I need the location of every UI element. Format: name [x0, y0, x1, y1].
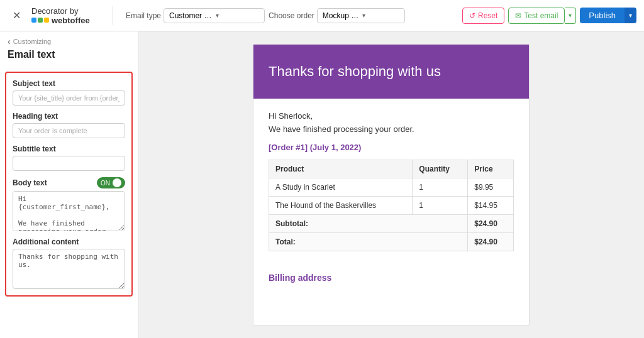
choose-order-select[interactable]: Mockup order ▾ — [317, 8, 405, 23]
dot-green — [38, 18, 43, 23]
brand-title: Decorator by — [31, 6, 78, 16]
total-label: Total: — [269, 233, 468, 251]
cell-product: The Hound of the Baskervilles — [269, 197, 413, 215]
subtitle-input[interactable] — [13, 156, 125, 171]
email-greeting: Hi Sherlock, — [269, 111, 514, 121]
body-header-row: Body text ON — [13, 177, 125, 188]
col-quantity: Quantity — [413, 160, 468, 178]
total-value: $24.90 — [468, 233, 514, 251]
body-textarea[interactable] — [13, 191, 125, 231]
sidebar-content: Subject text Heading text Subtitle text … — [0, 67, 138, 338]
topbar: ✕ Decorator by webtoffee Email type Cust… — [0, 0, 644, 31]
billing-title: Billing address — [253, 264, 529, 285]
chevron-down-icon-2: ▾ — [362, 12, 399, 19]
body-label: Body text — [13, 178, 47, 187]
back-icon[interactable]: ‹ — [8, 36, 11, 46]
additional-group: Additional content — [13, 237, 125, 289]
table-row: The Hound of the Baskervilles1$14.95 — [269, 197, 514, 215]
preview-area: Thanks for shopping with us Hi Sherlock,… — [138, 31, 644, 338]
subtotal-label: Subtotal: — [269, 215, 468, 233]
subtitle-label: Subtitle text — [13, 144, 125, 153]
email-order-link: [Order #1] (July 1, 2022) — [269, 143, 514, 152]
brand-dots — [31, 18, 49, 23]
sidebar: ‹ Customizing Email text Subject text He… — [0, 31, 138, 338]
publish-button[interactable]: Publish — [580, 8, 625, 23]
reset-icon: ↺ — [469, 11, 475, 20]
breadcrumb-text: Customizing — [13, 38, 52, 45]
email-header: Thanks for shopping with us — [253, 45, 529, 99]
order-table: Product Quantity Price A Study in Scarle… — [269, 160, 514, 251]
brand-name: webtoffee — [52, 16, 90, 25]
email-card: Thanks for shopping with us Hi Sherlock,… — [253, 44, 530, 325]
subtitle-group: Subtitle text — [13, 144, 125, 171]
subject-label: Subject text — [13, 79, 125, 88]
toggle-circle — [113, 178, 121, 187]
additional-textarea[interactable] — [13, 249, 125, 289]
breadcrumb: ‹ Customizing — [0, 31, 138, 49]
publish-arrow-button[interactable]: ▾ — [625, 8, 636, 23]
dot-blue — [31, 18, 36, 23]
form-panel: Subject text Heading text Subtitle text … — [5, 72, 133, 297]
cell-price: $14.95 — [468, 197, 514, 215]
brand-logo: Decorator by webtoffee — [31, 6, 113, 25]
reset-button[interactable]: ↺ Reset — [462, 8, 504, 24]
email-type-label: Email type — [126, 11, 161, 20]
cell-product: A Study in Scarlet — [269, 178, 413, 197]
table-row: A Study in Scarlet1$9.95 — [269, 178, 514, 197]
body-group: Body text ON — [13, 177, 125, 231]
col-price: Price — [468, 160, 514, 178]
sidebar-title: Email text — [0, 49, 138, 67]
brand-subtitle: webtoffee — [31, 16, 90, 25]
topbar-controls: Email type Customer completed or... ▾ Ch… — [126, 8, 456, 23]
email-body: Hi Sherlock, We have finished processing… — [253, 99, 529, 264]
heading-label: Heading text — [13, 112, 125, 121]
heading-input[interactable] — [13, 123, 125, 138]
topbar-actions: ↺ Reset ✉ Test email ▾ Publish ▾ — [462, 8, 636, 24]
cell-price: $9.95 — [468, 178, 514, 197]
heading-group: Heading text — [13, 112, 125, 138]
test-email-button[interactable]: ✉ Test email — [508, 8, 565, 24]
email-type-group: Email type Customer completed or... ▾ — [126, 8, 265, 23]
publish-group: Publish ▾ — [580, 8, 636, 23]
subject-group: Subject text — [13, 79, 125, 106]
subtotal-row: Subtotal: $24.90 — [269, 215, 514, 233]
test-email-group: ✉ Test email ▾ — [508, 8, 576, 24]
email-icon: ✉ — [515, 11, 521, 20]
email-header-title: Thanks for shopping with us — [269, 63, 514, 80]
test-email-arrow-button[interactable]: ▾ — [565, 8, 576, 24]
close-button[interactable]: ✕ — [8, 7, 25, 25]
dot-yellow — [44, 18, 49, 23]
email-intro: We have finished processing your order. — [269, 124, 514, 134]
choose-order-group: Choose order Mockup order ▾ — [269, 8, 405, 23]
additional-label: Additional content — [13, 237, 125, 246]
body-toggle[interactable]: ON — [97, 177, 125, 188]
cell-quantity: 1 — [413, 178, 468, 197]
choose-order-label: Choose order — [269, 11, 314, 20]
main-layout: ‹ Customizing Email text Subject text He… — [0, 31, 644, 338]
cell-quantity: 1 — [413, 197, 468, 215]
chevron-down-icon: ▾ — [216, 12, 260, 19]
col-product: Product — [269, 160, 413, 178]
subject-input[interactable] — [13, 90, 125, 106]
subtotal-value: $24.90 — [468, 215, 514, 233]
email-type-select[interactable]: Customer completed or... ▾ — [164, 8, 265, 23]
total-row: Total: $24.90 — [269, 233, 514, 251]
